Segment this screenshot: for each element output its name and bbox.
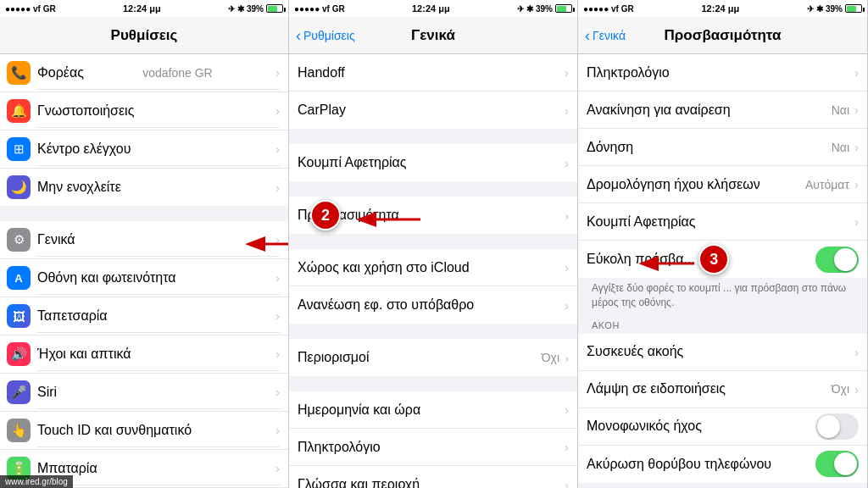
homebutton-label: Κουμπί Αφετηρίας: [298, 155, 565, 170]
nav-back-2[interactable]: ‹ Ρυθμίσεις: [296, 28, 355, 43]
siri-icon: 🎤: [7, 380, 31, 404]
list-item[interactable]: 🔊 Ήχοι και απτικά ›: [0, 336, 288, 374]
notifications-icon-wrap: 🔔: [0, 92, 37, 130]
list-item[interactable]: 🖼 Ταπετσαρία ›: [0, 297, 288, 336]
chevron-icon: ›: [565, 440, 569, 454]
list-item[interactable]: Λάμψη σε ειδοποιήσεις Όχι ›: [578, 371, 867, 408]
callrouting-label: Δρομολόγηση ήχου κλήσεων: [587, 177, 805, 192]
vibration-label: Δόνηση: [587, 140, 832, 155]
list-item-general[interactable]: ⚙ Γενικά ›: [0, 221, 288, 259]
list-item[interactable]: Κουμπί Αφετηρίας ›: [289, 144, 577, 181]
nav-bar-1: Ρυθμίσεις: [0, 17, 288, 54]
list-item[interactable]: Κουμπί Αφετηρίας ›: [578, 203, 867, 241]
settings-group-2: ⚙ Γενικά ›: [0, 221, 288, 488]
nav-back-label-2: Ρυθμίσεις: [303, 29, 355, 42]
language-label: Γλώσσα και περιοχή: [298, 477, 565, 488]
sounds-icon: 🔊: [7, 342, 31, 366]
list-item[interactable]: Πληκτρολόγιο ›: [289, 429, 577, 466]
shake-label: Ανακίνηση για αναίρεση: [587, 103, 832, 118]
list-item[interactable]: Γλώσσα και περιοχή ›: [289, 466, 577, 488]
chevron-icon: ›: [275, 461, 280, 475]
homebutton-a11y-label: Κουμπί Αφετηρίας: [587, 214, 854, 230]
chevron-icon: ›: [275, 65, 280, 80]
list-item[interactable]: CarPlay ›: [289, 92, 577, 129]
general-group-1: Handoff › CarPlay ›: [289, 54, 577, 129]
chevron-icon: ›: [275, 180, 280, 195]
section-gap: [289, 324, 577, 339]
list-item[interactable]: A Οθόνη και φωτεινότητα ›: [0, 259, 288, 297]
siri-content: Siri ›: [37, 376, 280, 409]
general-content: Γενικά ›: [37, 224, 280, 257]
list-item[interactable]: 📞 Φορέας vodafone GR ›: [0, 54, 288, 92]
panel-general: ●●●●● vf GR 12:24 μμ ✈ ✱ 39% ‹ Ρυθμίσεις…: [289, 0, 578, 488]
chevron-icon: ›: [565, 260, 569, 274]
list-item[interactable]: Χώρος και χρήση στο iCloud ›: [289, 249, 577, 286]
list-item[interactable]: 🎤 Siri ›: [0, 374, 288, 412]
chevron-icon: ›: [854, 65, 859, 80]
noisecancellation-toggle[interactable]: [815, 451, 859, 477]
mono-toggle[interactable]: [815, 413, 859, 440]
accessibility-label: Προσβασιμότητα: [298, 208, 565, 223]
chevron-icon: ›: [854, 140, 859, 154]
battery-pct-2: 39%: [536, 4, 553, 14]
battery-icon-2: [555, 4, 572, 13]
list-item[interactable]: Ανανέωση εφ. στο υπόβαθρο ›: [289, 286, 577, 324]
list-item[interactable]: Handoff ›: [289, 54, 577, 92]
list-item[interactable]: Ακύρωση θορύβου τηλεφώνου: [578, 446, 867, 483]
list-item[interactable]: Περιορισμοί Όχι ›: [289, 339, 577, 376]
list-item-reachability[interactable]: Εύκολη πρόσβα...: [578, 241, 867, 278]
section-gap: [289, 234, 577, 249]
list-item[interactable]: Συσκευές ακοής ›: [578, 334, 867, 371]
nav-title-3: Προσβασιμότητα: [665, 27, 782, 44]
status-bar-2: ●●●●● vf GR 12:24 μμ ✈ ✱ 39%: [289, 0, 577, 17]
control-label: Κέντρο ελέγχου: [37, 141, 131, 157]
chevron-icon: ›: [275, 347, 280, 361]
list-item[interactable]: Ανακίνηση για αναίρεση Ναι ›: [578, 92, 867, 129]
chevron-icon: ›: [565, 65, 569, 80]
status-bar-3: ●●●●● vf GR 12:24 μμ ✈ ✱ 39%: [578, 0, 867, 17]
status-right-2: ✈ ✱ 39%: [517, 4, 572, 14]
battery-icon-3: [845, 4, 862, 13]
chevron-icon: ›: [565, 298, 569, 313]
list-item-accessibility[interactable]: Προσβασιμότητα › 2: [289, 197, 577, 234]
list-item[interactable]: Μονοφωνικός ήχος: [578, 408, 867, 446]
nav-bar-3: ‹ Γενικά Προσβασιμότητα: [578, 17, 867, 54]
list-item[interactable]: 🌙 Μην ενοχλείτε ›: [0, 169, 288, 206]
section-gap: [289, 181, 577, 197]
status-time-3: 12:24 μμ: [701, 3, 739, 14]
general-group-5: Περιορισμοί Όχι ›: [289, 339, 577, 376]
nav-title-1: Ρυθμίσεις: [111, 27, 178, 44]
airplane-icon: ✈: [228, 4, 235, 14]
flash-value: Όχι: [832, 382, 849, 396]
display-content: Οθόνη και φωτεινότητα ›: [37, 262, 280, 295]
list-item[interactable]: 🔔 Γνωστοποιήσεις ›: [0, 92, 288, 130]
chevron-icon: ›: [275, 385, 280, 399]
airplane-icon-3: ✈: [807, 4, 814, 14]
list-item[interactable]: Ημερομηνία και ώρα ›: [289, 391, 577, 429]
carrier-icon-wrap: 📞: [0, 54, 37, 92]
touchid-content: Touch ID και συνθηματικό ›: [37, 414, 280, 447]
chevron-icon: ›: [854, 382, 859, 396]
reachability-toggle[interactable]: [815, 247, 859, 273]
list-item[interactable]: Δόνηση Ναι ›: [578, 129, 867, 166]
dnd-icon-wrap: 🌙: [0, 169, 37, 206]
nav-back-3[interactable]: ‹ Γενικά: [585, 28, 626, 43]
section-gap: [289, 376, 577, 391]
wallpaper-label: Ταπετσαρία: [37, 308, 108, 324]
general-icon-wrap: ⚙: [0, 221, 37, 258]
status-right-3: ✈ ✱ 39%: [807, 4, 862, 14]
notifications-icon: 🔔: [7, 99, 31, 123]
display-label: Οθόνη και φωτεινότητα: [37, 270, 176, 286]
list-item[interactable]: 👆 Touch ID και συνθηματικό ›: [0, 412, 288, 450]
arrow-1-svg: [246, 231, 288, 257]
display-icon: A: [7, 266, 31, 290]
list-item[interactable]: Δρομολόγηση ήχου κλήσεων Αυτόματ ›: [578, 166, 867, 203]
list-item[interactable]: Πληκτρολόγιο ›: [578, 54, 867, 92]
flash-label: Λάμψη σε ειδοποιήσεις: [587, 381, 832, 396]
keyboard-label: Πληκτρολόγιο: [298, 440, 565, 455]
chevron-icon: ›: [565, 156, 569, 170]
reachability-note: Αγγίξτε δύο φορές το κουμπί ... για πρόσ…: [578, 278, 867, 317]
wallpaper-icon-wrap: 🖼: [0, 297, 37, 335]
chevron-icon: ›: [275, 141, 280, 156]
list-item[interactable]: ⊞ Κέντρο ελέγχου ›: [0, 130, 288, 169]
